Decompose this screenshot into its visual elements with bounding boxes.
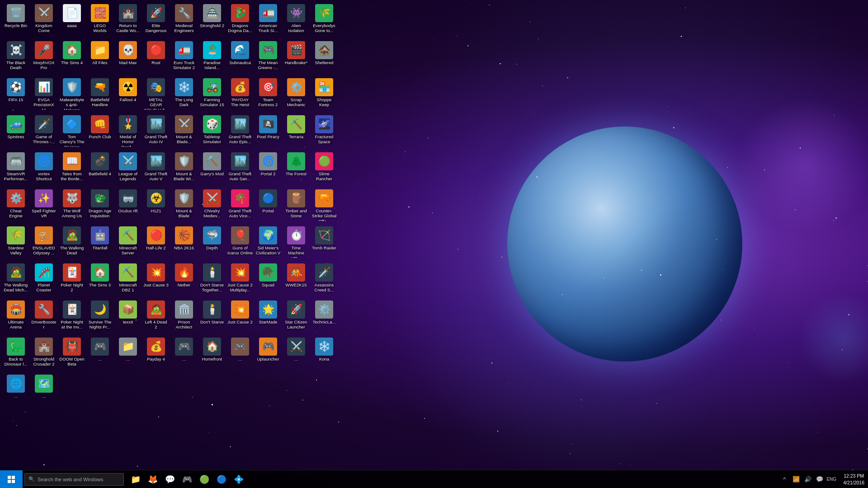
desktop-icon-42[interactable]: ⚔️Mount & Blade... (170, 113, 198, 150)
desktop-icon-77[interactable]: 🔴Half-Life 2 (142, 225, 170, 261)
desktop-icon-8[interactable]: 🐉Dragons Dogma Da... (226, 2, 254, 38)
desktop-icon-33[interactable]: 🎯Team Fortress 2 (255, 76, 282, 113)
desktop-icon-55[interactable]: 🔨Garry's Mod (198, 150, 226, 187)
desktop-icon-58[interactable]: 🌲The Forest (283, 150, 310, 187)
desktop-icon-65[interactable]: ☣️H1Z1 (142, 188, 170, 224)
taskbar-app-nvidia[interactable]: 🟢 (196, 470, 212, 488)
tray-network[interactable]: 📶 (791, 470, 802, 488)
desktop-icon-59[interactable]: 🟢Slime Rancher (311, 150, 338, 187)
desktop-icon-18[interactable]: 🚛Euro Truck Simulator 2 (170, 39, 198, 75)
desktop-icon-61[interactable]: ✨Spell Fighter VR (30, 188, 57, 224)
desktop-icon-103[interactable]: 🕯️Don't Starve (198, 299, 226, 335)
desktop-icon-4[interactable]: 🏰Return to Castle Wo... (114, 2, 142, 38)
desktop-icon-106[interactable]: 🚀Star Citizen Launcher (283, 299, 310, 335)
desktop-icon-23[interactable]: 🏚️Sheltered (311, 39, 338, 75)
desktop-icon-68[interactable]: 🌴Grand Theft Auto Vice... (226, 188, 254, 224)
desktop-icon-5[interactable]: 🚀Elite Dangerous (142, 2, 170, 38)
desktop-icon-78[interactable]: 🏀NBA 2K16 (170, 225, 198, 261)
desktop-icon-60[interactable]: ⚙️Cheat Engine (2, 188, 29, 224)
desktop-icon-47[interactable]: 🌌Fractured Space (311, 113, 338, 150)
desktop-icon-74[interactable]: 🧟The Walking Dead (58, 225, 85, 261)
desktop-icon-104[interactable]: 💥Just Cause 2 (226, 299, 254, 335)
desktop-icon-57[interactable]: 🌀Portal 2 (255, 150, 282, 187)
taskbar-app-steam[interactable]: 🎮 (179, 470, 195, 488)
desktop-icon-71[interactable]: 🔫Counter-Strike Global Offe... (311, 188, 338, 224)
desktop-icon-112[interactable]: 📁... (114, 336, 142, 372)
desktop-icon-86[interactable]: 🃏Poker Night 2 (58, 262, 85, 298)
taskbar-app-skype[interactable]: 💬 (162, 470, 178, 488)
desktop-icon-109[interactable]: 🏰Stronghold Crusader 2 (30, 336, 57, 372)
desktop-icon-27[interactable]: 🔫Battlefield Hardline (86, 76, 113, 113)
desktop-icon-3[interactable]: 🧱LEGO Worlds (86, 2, 113, 38)
desktop-icon-121[interactable]: 🗺️... (30, 373, 57, 409)
desktop-icon-2[interactable]: 📄aaaa (58, 2, 85, 38)
desktop-icon-107[interactable]: ⚙️TechnicLa... (311, 299, 338, 335)
desktop-icon-52[interactable]: ⚔️League of Legends (114, 150, 142, 187)
desktop-icon-76[interactable]: ⛏️Minecraft Server (114, 225, 142, 261)
desktop-icon-1[interactable]: ⚔️Kingdom Come (30, 2, 57, 38)
desktop-icon-40[interactable]: 🎖️Medal of Honor Pacif... (114, 113, 142, 150)
desktop-icon-99[interactable]: 🌙Survive The Nights Pr... (86, 299, 113, 335)
desktop-icon-11[interactable]: 🌾Everybodys Gone to... (311, 2, 338, 38)
desktop-icon-120[interactable]: 🌐... (2, 373, 29, 409)
desktop-icon-32[interactable]: 💰'PAYDAY The Heist (226, 76, 254, 113)
desktop-icon-85[interactable]: 🎢Planet Coaster (30, 262, 57, 298)
desktop-icon-14[interactable]: 🏠The Sims 4 (58, 39, 85, 75)
desktop-icon-96[interactable]: 🏟️Ultimate Arena (2, 299, 29, 335)
desktop-icon-25[interactable]: 📊EVGA PrecisionX 16 (30, 76, 57, 113)
desktop-icon-111[interactable]: 🎮... (86, 336, 113, 372)
desktop-icon-56[interactable]: 🏙️Grand Theft Auto San... (226, 150, 254, 187)
desktop-icon-81[interactable]: 🌍Sid Meier's Civilization V (255, 225, 282, 261)
start-button[interactable] (0, 470, 23, 488)
desktop-icon-98[interactable]: 🃏Poker Night at the Inv... (58, 299, 85, 335)
desktop-icon-53[interactable]: 🏙️Grand Theft Auto V (142, 150, 170, 187)
desktop-icon-92[interactable]: 💥Just Cause 2 Multiplay... (226, 262, 254, 298)
desktop-icon-49[interactable]: 🌀vortex Shortcut (30, 150, 57, 187)
desktop-icon-0[interactable]: 🗑️Recycle Bin (2, 2, 29, 38)
desktop-icon-19[interactable]: 🏝️Paradise Island... (198, 39, 226, 75)
desktop-icon-34[interactable]: ⚙️Scrap Mechanic (283, 76, 310, 113)
taskbar-app-game[interactable]: 💠 (231, 470, 247, 488)
desktop-icon-101[interactable]: 🧟Left 4 Dead 2 (142, 299, 170, 335)
desktop-icon-72[interactable]: 🌾Stardew Valley (2, 225, 29, 261)
desktop-icon-66[interactable]: 🛡️Mount & Blade (170, 188, 198, 224)
desktop-icon-10[interactable]: 👾Alien Isolation (283, 2, 310, 38)
desktop-icon-16[interactable]: 💀Mad Max (114, 39, 142, 75)
desktop-icon-80[interactable]: 🎈Guns of Icarus Online (226, 225, 254, 261)
desktop-icon-37[interactable]: 🗡️Game of Thrones -... (30, 113, 57, 150)
desktop-icon-105[interactable]: 🌟StarMade (255, 299, 282, 335)
desktop-icon-118[interactable]: ⚔️... (283, 336, 310, 372)
desktop-icon-29[interactable]: 🎭METAL GEAR SOLID V T... (142, 76, 170, 113)
desktop-icon-82[interactable]: ⏱️Time Machine VR... (283, 225, 310, 261)
desktop-icon-30[interactable]: ❄️The Long Dark (170, 76, 198, 113)
tray-chevron[interactable]: ^ (779, 470, 790, 488)
desktop-icon-48[interactable]: 🥽SteamVR Performan... (2, 150, 29, 187)
desktop-icon-108[interactable]: 🦕Back to Dinosaur l... (2, 336, 29, 372)
desktop-icon-91[interactable]: 🕯️Don't Starve Together... (198, 262, 226, 298)
desktop-icon-89[interactable]: 💥Just Cause 3 (142, 262, 170, 298)
desktop-icon-87[interactable]: 🏠The Sims 3 (86, 262, 113, 298)
taskbar-app-firefox[interactable]: 🦊 (145, 470, 161, 488)
system-clock[interactable]: 12:23 PM 4/21/2016 (840, 470, 868, 488)
desktop-icon-26[interactable]: 🛡️Malwarebytes Anti-Malware (58, 76, 85, 113)
desktop-icon-113[interactable]: 💰Payday 4 (142, 336, 170, 372)
desktop-icon-90[interactable]: 🔥Nether (170, 262, 198, 298)
desktop-icon-115[interactable]: 🏠Homefront (198, 336, 226, 372)
desktop-icon-70[interactable]: 🪵Timber and Stone (283, 188, 310, 224)
desktop-icon-44[interactable]: 🏙️Grand Theft Auto Epis... (226, 113, 254, 150)
desktop-icon-39[interactable]: 👊Punch Club (86, 113, 113, 150)
desktop-icon-102[interactable]: 🏛️Prison Architect (170, 299, 198, 335)
tray-language[interactable]: ENG (826, 470, 837, 488)
desktop-icon-62[interactable]: 🐺The Wolf Among Us (58, 188, 85, 224)
desktop-icon-117[interactable]: 🎮Uplauncher (255, 336, 282, 372)
desktop-icon-35[interactable]: 🏪Shoppe Keep (311, 76, 338, 113)
tray-message[interactable]: 💬 (814, 470, 825, 488)
desktop-icon-88[interactable]: ⛏️Minecraft DBZ 1 (114, 262, 142, 298)
desktop-icon-83[interactable]: 🏹Tomb Raider (311, 225, 338, 261)
desktop-icon-93[interactable]: 🪖Squad (255, 262, 282, 298)
desktop-icon-116[interactable]: 🎮... (226, 336, 254, 372)
desktop-icon-79[interactable]: 🦈Depth (198, 225, 226, 261)
desktop-icon-20[interactable]: 🌊Subnautica (226, 39, 254, 75)
desktop-icon-9[interactable]: 🚛American Truck Si... (255, 2, 282, 38)
desktop-icon-97[interactable]: 🔧DriverBooster (30, 299, 57, 335)
